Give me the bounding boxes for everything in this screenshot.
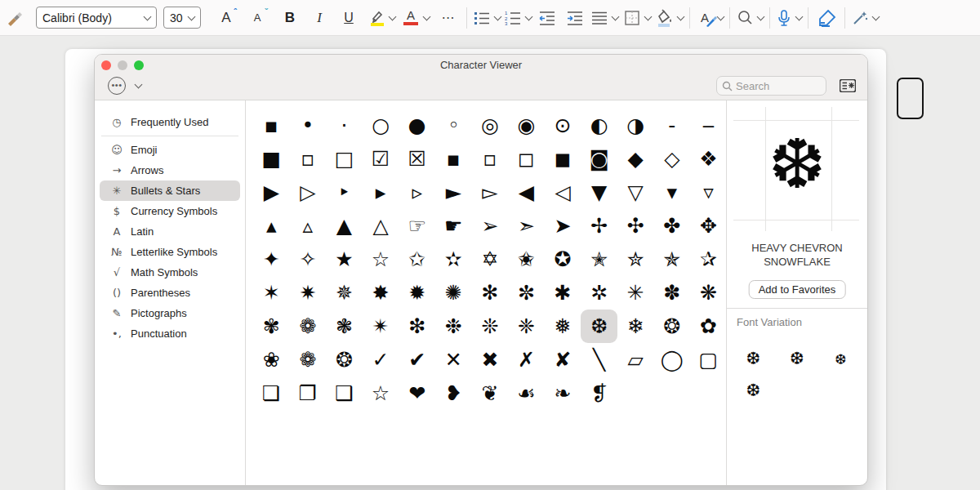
character-cell[interactable]: ✘: [545, 343, 581, 376]
character-cell[interactable]: ❡: [581, 376, 617, 410]
character-cell[interactable]: ▸: [363, 176, 399, 209]
character-cell[interactable]: ✱: [545, 276, 581, 310]
character-cell[interactable]: ➣: [508, 209, 545, 243]
font-color-button[interactable]: A: [402, 6, 430, 30]
character-cell[interactable]: ❂: [326, 343, 363, 376]
numbered-list-button[interactable]: 1 2 3: [504, 6, 532, 30]
character-cell[interactable]: ◁: [545, 176, 581, 209]
character-cell[interactable]: ❂: [654, 310, 691, 343]
borders-button[interactable]: [623, 6, 651, 30]
sidebar-item-pictographs[interactable]: ✎Pictographs: [100, 303, 240, 323]
increase-indent-button[interactable]: [563, 6, 587, 30]
character-cell[interactable]: ☑: [363, 142, 399, 176]
font-size-select[interactable]: 30: [163, 7, 201, 29]
character-cell[interactable]: ✫: [435, 243, 472, 276]
character-cell[interactable]: ✷: [290, 276, 327, 310]
action-menu-button[interactable]: •••: [108, 77, 141, 95]
character-cell[interactable]: ➢: [472, 209, 509, 243]
font-name-select[interactable]: Calibri (Body): [36, 7, 157, 29]
character-cell[interactable]: ☞: [399, 209, 435, 243]
character-cell[interactable]: ✣: [617, 209, 654, 243]
keyboard-panel-button[interactable]: [840, 79, 856, 96]
format-painter-icon[interactable]: [2, 6, 26, 30]
character-cell[interactable]: ▴: [253, 209, 290, 243]
character-cell[interactable]: ◦: [435, 109, 472, 142]
character-cell[interactable]: ✔: [399, 343, 435, 376]
character-cell[interactable]: ✰: [690, 243, 727, 276]
character-cell[interactable]: △: [363, 209, 399, 243]
font-variation-cell[interactable]: ❆: [732, 342, 775, 374]
character-cell[interactable]: ❖: [690, 142, 727, 176]
character-cell[interactable]: ▲: [326, 209, 363, 243]
dictate-button[interactable]: [776, 6, 802, 30]
character-cell[interactable]: ◀: [508, 176, 545, 209]
character-cell[interactable]: ✵: [326, 276, 363, 310]
character-cell[interactable]: ★: [326, 243, 363, 276]
character-cell[interactable]: □: [326, 142, 363, 176]
character-cell[interactable]: ‒: [690, 109, 727, 142]
character-cell[interactable]: ◯: [654, 343, 691, 376]
character-cell[interactable]: ✻: [472, 276, 509, 310]
sidebar-item-parentheses[interactable]: ()Parentheses: [100, 283, 240, 303]
character-cell[interactable]: ❄: [617, 310, 654, 343]
grow-font-button[interactable]: A ˆ: [214, 6, 238, 30]
character-cell[interactable]: ❐: [290, 376, 327, 410]
character-cell[interactable]: ✕: [435, 343, 472, 376]
character-cell[interactable]: ✥: [690, 209, 727, 243]
character-cell[interactable]: ◼: [545, 142, 581, 176]
character-cell-selected[interactable]: ❆: [581, 310, 617, 343]
character-cell[interactable]: ☙: [508, 376, 545, 410]
character-cell[interactable]: ▱: [617, 343, 654, 376]
character-cell[interactable]: ✼: [508, 276, 545, 310]
character-cell[interactable]: ✪: [545, 243, 581, 276]
character-cell[interactable]: ◑: [617, 109, 654, 142]
character-cell[interactable]: ‐: [654, 109, 691, 142]
underline-button[interactable]: U: [336, 6, 361, 30]
character-cell[interactable]: ✢: [581, 209, 617, 243]
character-cell[interactable]: ▹: [399, 176, 435, 209]
character-cell[interactable]: ❧: [545, 376, 581, 410]
copilot-button[interactable]: [851, 6, 879, 30]
character-cell[interactable]: ‣: [326, 176, 363, 209]
character-cell[interactable]: ✮: [617, 243, 654, 276]
font-variation-cell[interactable]: ❆: [819, 342, 862, 374]
character-cell[interactable]: ✗: [508, 343, 545, 376]
character-cell[interactable]: ▫: [472, 142, 509, 176]
character-cell[interactable]: ✾: [253, 310, 290, 343]
character-cell[interactable]: ✡: [472, 243, 509, 276]
character-cell[interactable]: ❈: [508, 310, 545, 343]
character-cell[interactable]: ❑: [326, 376, 363, 410]
character-cell[interactable]: ☆: [363, 376, 399, 410]
character-cell[interactable]: •: [290, 109, 327, 142]
character-cell[interactable]: ○: [363, 109, 399, 142]
shading-button[interactable]: [654, 6, 684, 30]
character-cell[interactable]: ❁: [290, 343, 327, 376]
character-cell[interactable]: ◉: [508, 109, 545, 142]
character-cell[interactable]: ✸: [363, 276, 399, 310]
character-cell[interactable]: ◙: [581, 142, 617, 176]
character-cell[interactable]: ✬: [508, 243, 545, 276]
character-cell[interactable]: ▾: [654, 176, 691, 209]
bold-button[interactable]: B: [278, 6, 302, 30]
character-cell[interactable]: ❋: [690, 276, 727, 310]
sidebar-item-math-symbols[interactable]: √Math Symbols: [100, 262, 240, 283]
character-cell[interactable]: ✩: [399, 243, 435, 276]
text-box-shape[interactable]: [897, 78, 924, 119]
character-cell[interactable]: ◇: [654, 142, 691, 176]
highlight-color-button[interactable]: [368, 6, 395, 30]
sidebar-item-emoji[interactable]: ☺Emoji: [100, 140, 240, 160]
character-cell[interactable]: ❁: [290, 310, 327, 343]
character-cell[interactable]: ❏: [253, 376, 290, 410]
character-cell[interactable]: ☆: [363, 243, 399, 276]
character-cell[interactable]: ▽: [617, 176, 654, 209]
character-cell[interactable]: ✹: [399, 276, 435, 310]
character-cell[interactable]: ❦: [472, 376, 509, 410]
character-cell[interactable]: ❉: [435, 310, 472, 343]
character-cell[interactable]: ✴: [363, 310, 399, 343]
character-cell[interactable]: ❥: [435, 376, 472, 410]
character-cell[interactable]: ✤: [654, 209, 691, 243]
character-cell[interactable]: ▵: [290, 209, 327, 243]
sidebar-item-letterlike-symbols[interactable]: №Letterlike Symbols: [100, 242, 240, 262]
alignment-button[interactable]: [590, 6, 618, 30]
character-cell[interactable]: ☛: [435, 209, 472, 243]
